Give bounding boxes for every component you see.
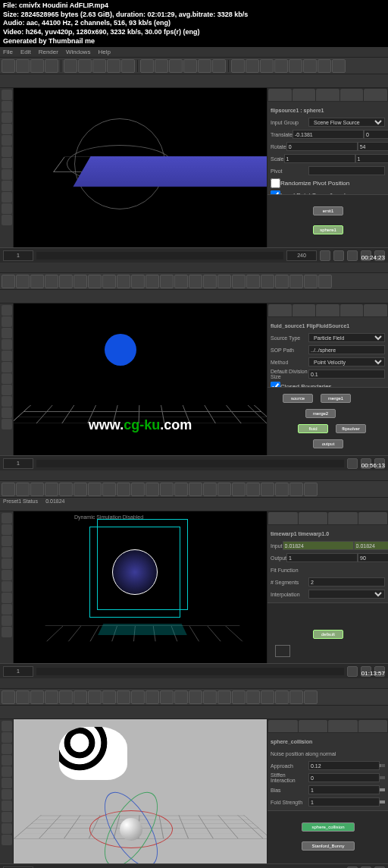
randomize-pivot-checkbox[interactable] [271, 178, 280, 188]
shelf-button[interactable] [217, 690, 231, 704]
pane-tab[interactable] [293, 89, 316, 101]
interp-select[interactable] [308, 590, 385, 599]
menu-file[interactable]: File [3, 49, 13, 55]
tool-icon[interactable] [2, 536, 12, 546]
shelf-button[interactable] [232, 275, 246, 288]
ty-field[interactable] [364, 130, 388, 139]
network-node[interactable]: Stanford_Bunny [302, 841, 355, 851]
shelf-button[interactable] [88, 483, 102, 496]
tool-icon[interactable] [2, 203, 12, 214]
tool-icon[interactable] [2, 755, 12, 766]
tool-icon[interactable] [2, 547, 12, 558]
network-node[interactable]: default [313, 630, 343, 639]
tool-icon[interactable] [2, 373, 12, 384]
shelf-button[interactable] [261, 483, 274, 496]
method-select[interactable]: Point Velocity [308, 357, 385, 366]
frame-current[interactable]: 1 [3, 666, 33, 677]
input-end-field[interactable] [354, 541, 388, 550]
tool-icon[interactable] [2, 732, 12, 743]
shelf-button[interactable] [174, 483, 188, 496]
scale-tool-icon[interactable] [2, 124, 12, 134]
tool-icon[interactable] [2, 558, 12, 569]
shelf-button[interactable] [117, 483, 130, 496]
shelf-button[interactable] [289, 690, 303, 704]
shelf-button[interactable] [74, 483, 87, 496]
shelf-button[interactable] [246, 59, 259, 73]
pane-tab[interactable] [293, 304, 316, 316]
tx-field[interactable] [293, 130, 364, 139]
tool-icon[interactable] [2, 570, 12, 580]
rotate-tool-icon[interactable] [2, 112, 12, 123]
network-node[interactable]: output [313, 439, 343, 448]
tool-icon[interactable] [2, 146, 12, 157]
tool-icon[interactable] [2, 766, 12, 777]
tool-icon[interactable] [2, 192, 12, 203]
network-view[interactable]: emit1 sphere1 [268, 194, 388, 247]
shelf-button[interactable] [275, 483, 289, 496]
source-type-select[interactable]: Particle Field [308, 333, 385, 342]
shelf-button[interactable] [88, 275, 102, 288]
shelf-button[interactable] [189, 690, 202, 704]
shelf-button[interactable] [16, 690, 30, 704]
shelf-button[interactable] [74, 690, 87, 704]
play-icon[interactable] [347, 250, 358, 261]
play-icon[interactable] [347, 458, 358, 469]
3d-viewport[interactable] [14, 719, 267, 863]
shelf-button[interactable] [169, 59, 183, 73]
sop-path-field[interactable] [308, 345, 385, 354]
tool-icon[interactable] [2, 181, 12, 191]
input-group-select[interactable]: Scene Flow Source [308, 118, 385, 127]
shelf-button[interactable] [303, 59, 317, 73]
move-tool-icon[interactable] [2, 101, 12, 112]
shelf-button[interactable] [107, 59, 120, 73]
shelf-button[interactable] [232, 690, 246, 704]
network-node[interactable]: merge2 [305, 409, 336, 418]
shelf-button[interactable] [59, 275, 73, 288]
shelf-button[interactable] [131, 275, 145, 288]
shelf-button[interactable] [160, 275, 174, 288]
shelf-button[interactable] [189, 483, 202, 496]
pane-tab[interactable] [268, 512, 298, 524]
shelf-button[interactable] [121, 59, 135, 73]
pane-tab[interactable] [316, 304, 340, 316]
tool-icon[interactable] [2, 362, 12, 373]
shelf-button[interactable] [174, 275, 188, 288]
shelf-button[interactable] [30, 483, 44, 496]
timeline-track[interactable] [36, 460, 344, 467]
tool-icon[interactable] [2, 615, 12, 626]
pane-tab[interactable] [328, 512, 358, 524]
network-node[interactable]: flipsolver [336, 424, 366, 433]
shelf-button[interactable] [117, 690, 130, 704]
shelf-button[interactable] [2, 690, 15, 704]
pivot-field[interactable] [308, 166, 385, 175]
tool-icon[interactable] [2, 407, 12, 418]
shelf-button[interactable] [275, 690, 289, 704]
divsize-field[interactable] [308, 370, 385, 379]
tool-icon[interactable] [2, 627, 12, 637]
shelf-button[interactable] [203, 483, 217, 496]
tool-icon[interactable] [2, 169, 12, 180]
tool-icon[interactable] [2, 604, 12, 615]
shelf-button[interactable] [289, 59, 302, 73]
shelf-button[interactable] [289, 483, 303, 496]
shelf-button[interactable] [289, 275, 303, 288]
shelf-button[interactable] [160, 690, 174, 704]
network-node[interactable]: emit1 [313, 206, 343, 215]
fold-field[interactable] [308, 797, 380, 807]
shelf-button[interactable] [131, 483, 145, 496]
play-prev-icon[interactable] [333, 250, 344, 261]
shelf-button[interactable] [140, 59, 154, 73]
shelf-button[interactable] [2, 483, 15, 496]
shelf-button[interactable] [16, 275, 30, 288]
sy-field[interactable] [355, 154, 388, 163]
shelf-button[interactable] [318, 275, 332, 288]
shelf-button[interactable] [246, 275, 260, 288]
tool-icon[interactable] [2, 135, 12, 146]
menu-help[interactable]: Help [98, 49, 110, 55]
tool-icon[interactable] [2, 419, 12, 429]
frame-end[interactable]: 240 [286, 250, 317, 261]
shelf-button[interactable] [274, 59, 288, 73]
shelf-button[interactable] [261, 690, 274, 704]
shelf-button[interactable] [59, 483, 73, 496]
shelf-button[interactable] [45, 690, 58, 704]
